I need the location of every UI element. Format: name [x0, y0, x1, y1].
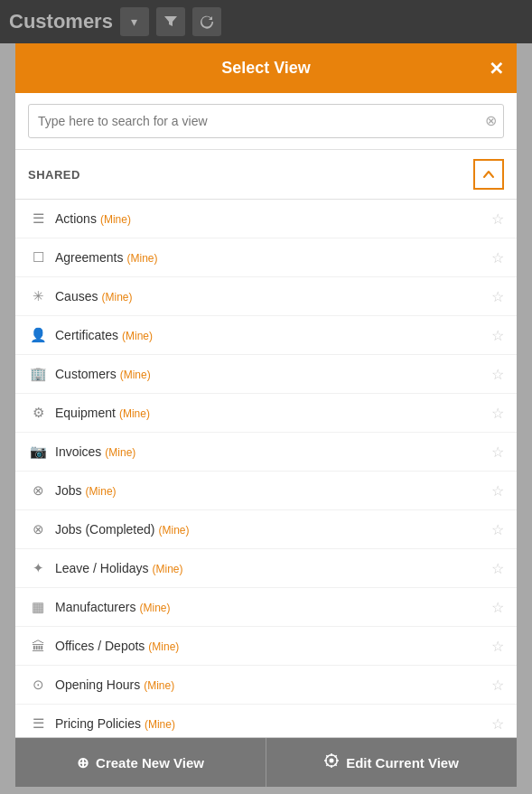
section-label: SHARED — [28, 168, 80, 182]
list-item-icon: 🏛 — [28, 636, 48, 656]
list-item-mine: (Mine) — [153, 563, 183, 575]
list-item-icon: ⊗ — [28, 519, 48, 539]
list-item[interactable]: ⚙ Equipment(Mine) ☆ — [15, 394, 517, 433]
list-item-mine: (Mine) — [148, 640, 179, 653]
list-item[interactable]: 🏛 Offices / Depots(Mine) ☆ — [15, 627, 517, 666]
list-item[interactable]: ✦ Leave / Holidays(Mine) ☆ — [15, 549, 517, 588]
view-list: ☰ Actions(Mine) ☆ ☐ Agreements(Mine) ☆ ✳… — [15, 200, 517, 737]
list-item-icon: ☰ — [28, 209, 48, 229]
list-item-icon: ✳ — [28, 286, 48, 306]
list-item-name: Causes(Mine) — [55, 289, 491, 304]
search-input-wrapper: ⊗ — [28, 104, 504, 138]
section-header: SHARED — [15, 150, 517, 200]
list-item-icon: ⚙ — [28, 403, 48, 423]
list-item[interactable]: 👤 Certificates(Mine) ☆ — [15, 316, 517, 355]
list-item-name: Leave / Holidays(Mine) — [55, 561, 491, 575]
modal-close-button[interactable]: ✕ — [489, 60, 504, 78]
list-item-star-button[interactable]: ☆ — [491, 288, 504, 305]
section-collapse-button[interactable] — [473, 159, 504, 190]
list-item-star-button[interactable]: ☆ — [491, 482, 504, 500]
list-item-name: Offices / Depots(Mine) — [55, 639, 491, 653]
list-item[interactable]: ⊗ Jobs(Mine) ☆ — [15, 472, 517, 510]
list-item-mine: (Mine) — [86, 485, 117, 498]
list-item-icon: 👤 — [28, 325, 48, 345]
list-item-star-button[interactable]: ☆ — [491, 444, 504, 461]
list-item-name: Opening Hours(Mine) — [55, 677, 491, 692]
list-item-icon: ⊙ — [28, 675, 48, 695]
list-item-name: Certificates(Mine) — [55, 328, 491, 342]
list-item-star-button[interactable]: ☆ — [491, 327, 504, 344]
list-item-icon: ✦ — [28, 558, 48, 578]
list-item[interactable]: ☰ Pricing Policies(Mine) ☆ — [15, 705, 517, 737]
list-item-star-button[interactable]: ☆ — [491, 366, 504, 383]
list-item-name: Pricing Policies(Mine) — [55, 716, 491, 731]
list-item-star-button[interactable]: ☆ — [491, 638, 504, 655]
list-item-name: Equipment(Mine) — [55, 406, 491, 420]
list-item-mine: (Mine) — [144, 679, 174, 692]
list-item-star-button[interactable]: ☆ — [491, 715, 504, 733]
list-item-star-button[interactable]: ☆ — [491, 599, 504, 616]
search-clear-button[interactable]: ⊗ — [485, 114, 497, 128]
list-item[interactable]: 📷 Invoices(Mine) ☆ — [15, 433, 517, 472]
list-item-mine: (Mine) — [101, 291, 132, 304]
list-item-mine: (Mine) — [145, 718, 175, 731]
list-item-icon: ⊗ — [28, 481, 48, 500]
list-item-name: Actions(Mine) — [55, 211, 491, 226]
list-item-mine: (Mine) — [122, 330, 153, 342]
list-item-mine: (Mine) — [119, 407, 150, 420]
list-item-mine: (Mine) — [105, 446, 135, 459]
modal-header: Select View ✕ — [15, 43, 517, 93]
list-item-name: Jobs (Completed)(Mine) — [55, 522, 491, 537]
list-item[interactable]: 🏢 Customers(Mine) ☆ — [15, 355, 517, 394]
list-item-icon: ☰ — [28, 714, 48, 733]
list-item-mine: (Mine) — [126, 252, 157, 265]
search-container: ⊗ — [15, 93, 517, 150]
list-area: SHARED ☰ Actions(Mine) ☆ ☐ Agreements(Mi… — [15, 150, 517, 737]
list-item-star-button[interactable]: ☆ — [491, 405, 504, 422]
list-item-icon: ☐ — [28, 248, 48, 267]
list-item[interactable]: ⊗ Jobs (Completed)(Mine) ☆ — [15, 510, 517, 549]
search-input[interactable] — [28, 104, 504, 138]
edit-current-view-button[interactable]: Edit Current View — [266, 738, 517, 787]
edit-icon — [324, 753, 339, 771]
list-item-mine: (Mine) — [100, 213, 131, 226]
list-item[interactable]: ⊙ Opening Hours(Mine) ☆ — [15, 666, 517, 705]
list-item-icon: ▦ — [28, 597, 48, 617]
list-item[interactable]: ☰ Actions(Mine) ☆ — [15, 200, 517, 238]
list-item-name: Invoices(Mine) — [55, 444, 491, 459]
list-item-star-button[interactable]: ☆ — [491, 521, 504, 538]
list-item-star-button[interactable]: ☆ — [491, 210, 504, 228]
edit-button-label: Edit Current View — [346, 755, 459, 771]
list-item[interactable]: ▦ Manufacturers(Mine) ☆ — [15, 588, 517, 627]
list-item-icon: 🏢 — [28, 364, 48, 384]
list-item-mine: (Mine) — [159, 524, 190, 537]
list-item-name: Jobs(Mine) — [55, 483, 491, 498]
list-item-mine: (Mine) — [139, 602, 170, 614]
create-button-label: Create New View — [96, 755, 204, 771]
list-item-star-button[interactable]: ☆ — [491, 560, 504, 577]
select-view-modal: Select View ✕ ⊗ SHARED — [15, 43, 517, 787]
list-item-name: Manufacturers(Mine) — [55, 600, 491, 614]
list-item-name: Customers(Mine) — [55, 367, 491, 381]
list-item-name: Agreements(Mine) — [55, 250, 491, 265]
modal-overlay: Select View ✕ ⊗ SHARED — [0, 0, 532, 794]
list-item-mine: (Mine) — [120, 369, 151, 381]
bottom-buttons: ⊕ Create New View Edit Current View — [15, 737, 517, 787]
list-item-icon: 📷 — [28, 442, 48, 462]
list-item[interactable]: ✳ Causes(Mine) ☆ — [15, 277, 517, 316]
svg-point-0 — [330, 759, 334, 763]
list-item[interactable]: ☐ Agreements(Mine) ☆ — [15, 238, 517, 277]
create-new-view-button[interactable]: ⊕ Create New View — [15, 738, 266, 787]
list-item-star-button[interactable]: ☆ — [491, 249, 504, 266]
list-item-star-button[interactable]: ☆ — [491, 677, 504, 694]
create-icon: ⊕ — [77, 754, 89, 771]
modal-title: Select View — [221, 59, 311, 78]
